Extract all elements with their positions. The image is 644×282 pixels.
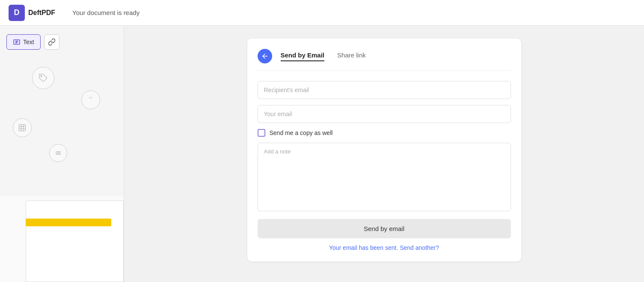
- quote-icon[interactable]: ": [81, 90, 100, 109]
- svg-point-4: [41, 75, 42, 77]
- recipient-email-field: [258, 81, 511, 99]
- recipient-email-input[interactable]: [258, 81, 511, 99]
- main-content: Send by Email Share link Send me a copy …: [124, 26, 644, 282]
- logo: D DeftPDF: [9, 5, 55, 21]
- logo-name: DeftPDF: [28, 9, 55, 17]
- text-tool-icon: [13, 38, 21, 46]
- copy-checkbox-label: Send me a copy as well: [270, 129, 333, 136]
- yellow-highlight-bar: [26, 219, 111, 226]
- table-icon[interactable]: [13, 118, 32, 137]
- lines-icon[interactable]: [49, 144, 67, 162]
- tab-share-link[interactable]: Share link: [337, 51, 366, 61]
- tab-group: Send by Email Share link: [281, 51, 511, 61]
- your-email-input[interactable]: [258, 105, 511, 123]
- page-title: Your document is ready: [55, 9, 635, 16]
- text-tool-label: Text: [23, 39, 34, 45]
- email-panel: Send by Email Share link Send me a copy …: [247, 39, 521, 261]
- toolbar-row: Text: [6, 34, 117, 50]
- page-background: [26, 201, 124, 282]
- email-sent-link[interactable]: Your email has been sent. Send another?: [329, 244, 439, 251]
- back-button[interactable]: [258, 49, 272, 63]
- note-textarea[interactable]: [258, 143, 511, 211]
- email-sent-message[interactable]: Your email has been sent. Send another?: [258, 244, 511, 251]
- document-preview: [0, 196, 124, 282]
- copy-checkbox[interactable]: [258, 129, 265, 137]
- logo-icon: D: [9, 5, 25, 21]
- link-tool-button[interactable]: [44, 34, 59, 50]
- tab-send-email[interactable]: Send by Email: [281, 51, 325, 61]
- your-email-field: [258, 105, 511, 123]
- puzzle-icon[interactable]: [32, 67, 54, 89]
- send-button[interactable]: Send by email: [258, 219, 511, 238]
- link-icon: [48, 38, 56, 46]
- copy-checkbox-row: Send me a copy as well: [258, 129, 511, 137]
- text-tool-button[interactable]: Text: [6, 34, 41, 50]
- main-layout: Text ": [0, 26, 644, 282]
- svg-rect-5: [19, 125, 26, 131]
- app-header: D DeftPDF Your document is ready: [0, 0, 644, 26]
- sidebar: Text ": [0, 26, 124, 282]
- panel-header: Send by Email Share link: [258, 49, 511, 71]
- back-arrow-icon: [261, 52, 269, 60]
